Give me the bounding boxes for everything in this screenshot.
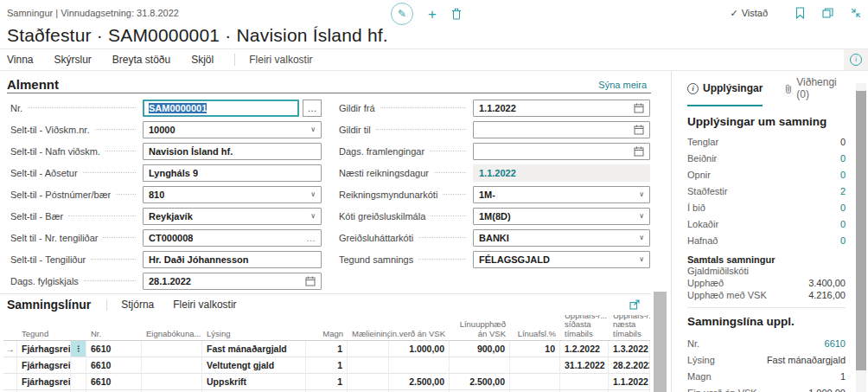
- factbox-value[interactable]: 0: [840, 170, 846, 180]
- table-cell[interactable]: [510, 357, 560, 374]
- table-cell[interactable]: [142, 341, 202, 357]
- calendar-icon[interactable]: [634, 103, 644, 113]
- naesti-reikningsdagur-field[interactable]: 1.1.2022: [473, 164, 650, 182]
- table-cell[interactable]: [450, 357, 510, 374]
- table-cell[interactable]: 1: [306, 341, 348, 357]
- table-cell[interactable]: 1.1.2022: [609, 374, 650, 390]
- column-header[interactable]: Eignabókuna...: [142, 315, 202, 341]
- table-cell[interactable]: [560, 374, 609, 390]
- table-row[interactable]: Fjárhagsreik...6610Uppskrift12.500,002.5…: [3, 374, 650, 390]
- table-cell[interactable]: Fjárhagsreik...: [17, 374, 71, 390]
- column-header[interactable]: Upphafs-/... næsta tímabils: [609, 315, 650, 341]
- table-cell[interactable]: 1.000,00: [389, 341, 450, 357]
- greidsluhattarkoti-select[interactable]: BANKI ∨: [473, 229, 650, 247]
- table-cell[interactable]: 1.3.2022: [609, 341, 650, 357]
- assist-edit-button[interactable]: …: [303, 100, 322, 117]
- postnumer-select[interactable]: 810 ∨: [143, 186, 322, 203]
- table-cell[interactable]: 6610: [86, 341, 142, 357]
- table-cell[interactable]: [510, 374, 560, 390]
- table-cell[interactable]: [348, 341, 389, 357]
- adsetur-input[interactable]: Lyngháls 9: [143, 164, 322, 182]
- calendar-icon[interactable]: [634, 146, 644, 157]
- chevron-down-icon[interactable]: ∨: [639, 212, 644, 220]
- table-row[interactable]: →Fjárhagsreik...⋮6610Fast mánaðargjald11…: [3, 341, 650, 357]
- dags-fylgiskjals-input[interactable]: 28.1.2022: [143, 273, 322, 290]
- lines-heading[interactable]: Samningslínur: [7, 298, 91, 312]
- vidskm-nr-select[interactable]: 10000 ∨: [143, 121, 322, 138]
- row-menu-icon[interactable]: ⋮: [71, 341, 86, 357]
- table-cell[interactable]: [142, 357, 202, 374]
- column-header[interactable]: Línuafsl.%: [510, 315, 560, 341]
- nr-input[interactable]: SAM0000001: [143, 100, 299, 117]
- table-cell[interactable]: Fjárhagsreik...: [17, 357, 71, 374]
- chevron-down-icon[interactable]: ∨: [639, 255, 644, 263]
- table-row[interactable]: Fjárhagsreik...6610Veltutengt gjald131.1…: [3, 357, 650, 374]
- bookmark-button[interactable]: [795, 7, 805, 19]
- open-in-window-button[interactable]: [822, 8, 833, 18]
- chevron-down-icon[interactable]: ∨: [310, 190, 316, 198]
- more-options-menu[interactable]: Fleiri valkostir: [249, 54, 312, 66]
- table-cell[interactable]: [142, 374, 202, 390]
- table-cell[interactable]: 900,00: [450, 341, 510, 357]
- table-cell[interactable]: 28.2.2022: [609, 357, 650, 374]
- show-more-link[interactable]: Sýna meira: [598, 80, 647, 90]
- column-header[interactable]: Lýsing: [202, 315, 306, 341]
- factbox-value[interactable]: 6610: [825, 338, 846, 349]
- tab-upplysingar[interactable]: i Upplýsingar: [687, 76, 763, 106]
- table-cell[interactable]: 2.500,00: [389, 374, 450, 390]
- nafn-vidskm-input[interactable]: Navision Ísland hf.: [143, 143, 322, 160]
- ellipsis-icon[interactable]: …: [306, 233, 316, 243]
- main-scrollbar[interactable]: [654, 292, 667, 392]
- table-cell[interactable]: [389, 357, 450, 374]
- tegund-samnings-select[interactable]: FÉLAGSGJALD ∨: [473, 251, 650, 268]
- column-header[interactable]: Tegund: [17, 315, 71, 341]
- calendar-icon[interactable]: [305, 276, 316, 286]
- chevron-down-icon[interactable]: ∨: [639, 190, 644, 198]
- edit-button[interactable]: ✎: [391, 3, 413, 25]
- koti-greidsluskilmala-select[interactable]: 1M(8D) ∨: [473, 208, 650, 225]
- gildir-fra-input[interactable]: 1.1.2022: [473, 100, 650, 117]
- factbox-value[interactable]: 0: [840, 202, 846, 213]
- tengilidur-input[interactable]: Hr. Daði Jóhannesson: [143, 251, 322, 268]
- dags-framlengingar-input[interactable]: [473, 143, 650, 160]
- lines-menu-stjorna[interactable]: Stjórna: [121, 299, 154, 311]
- new-button[interactable]: +: [428, 6, 437, 23]
- column-header[interactable]: Nr.: [86, 315, 142, 341]
- delete-button[interactable]: [451, 8, 462, 20]
- table-cell[interactable]: 1: [306, 374, 348, 390]
- reikningsmyndunarkoti-select[interactable]: 1M- ∨: [473, 186, 650, 203]
- table-cell[interactable]: Veltutengt gjald: [202, 357, 306, 374]
- table-cell[interactable]: 2.500,00: [450, 374, 510, 390]
- factbox-value[interactable]: 0: [840, 219, 846, 229]
- table-cell[interactable]: 10: [510, 341, 560, 357]
- factbox-value[interactable]: 0: [840, 235, 846, 246]
- chevron-down-icon[interactable]: ∨: [310, 212, 316, 220]
- tab-vidhengi[interactable]: Viðhengi (0): [785, 76, 846, 106]
- table-cell[interactable]: Fjárhagsreik...: [17, 341, 71, 357]
- column-header[interactable]: Upphafs-/... síðasta tímabils: [560, 315, 609, 341]
- chevron-down-icon[interactable]: ∨: [310, 125, 316, 133]
- column-header[interactable]: Ein.verð án VSK: [389, 315, 450, 341]
- table-cell[interactable]: Fast mánaðargjald: [202, 341, 306, 357]
- column-header[interactable]: Magn: [306, 315, 348, 341]
- collapse-button[interactable]: [851, 8, 861, 18]
- menu-vinna[interactable]: Vinna: [7, 54, 33, 66]
- menu-breyta-stodu[interactable]: Breyta stöðu: [112, 54, 170, 66]
- menu-skjol[interactable]: Skjöl: [191, 54, 214, 66]
- baer-select[interactable]: Reykjavík ∨: [143, 208, 322, 225]
- menu-skyrslur[interactable]: Skýrslur: [54, 54, 91, 66]
- table-cell[interactable]: [348, 374, 389, 390]
- lines-menu-more[interactable]: Fleiri valkostir: [173, 299, 236, 311]
- table-cell[interactable]: 1.2.2022: [560, 341, 609, 357]
- factbox-toggle-button[interactable]: i: [844, 49, 868, 70]
- table-cell[interactable]: 1: [306, 357, 348, 374]
- table-cell[interactable]: 6610: [86, 374, 142, 390]
- table-cell[interactable]: 31.1.2022: [560, 357, 609, 374]
- row-menu-icon[interactable]: [71, 374, 86, 390]
- factbox-scrollbar-thumb[interactable]: [856, 91, 866, 370]
- breadcrumb[interactable]: Samningur | Vinnudagsetning: 31.8.2022: [7, 8, 179, 18]
- general-heading[interactable]: Almennt: [7, 77, 59, 92]
- gildir-til-input[interactable]: [473, 121, 650, 138]
- row-menu-icon[interactable]: [71, 357, 86, 374]
- nr-tengilidar-input[interactable]: CT000008 …: [143, 229, 322, 247]
